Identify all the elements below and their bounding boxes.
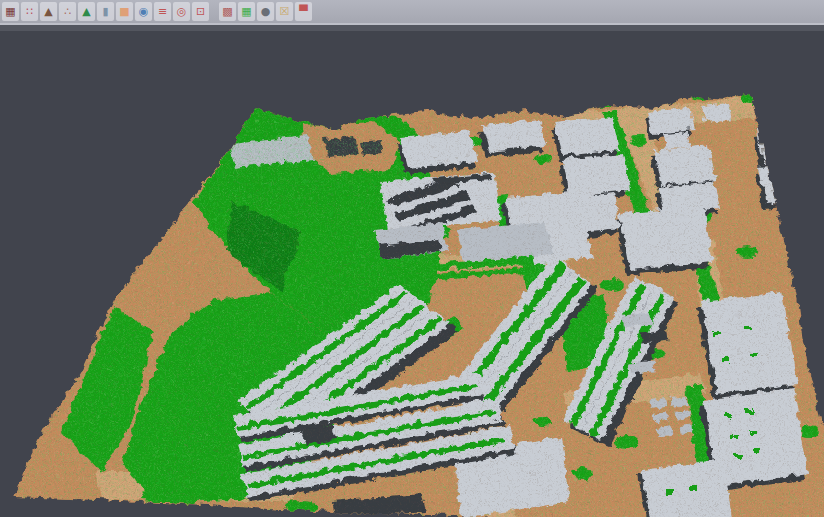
gray-sphere-icon[interactable]: ●	[257, 2, 274, 21]
red-blue-scatter-icon[interactable]: ∷	[21, 2, 38, 21]
red-grid-icon[interactable]: ▩	[219, 2, 236, 21]
red-selection-icon[interactable]: ⊡	[192, 2, 209, 21]
orange-square-icon[interactable]: ■	[116, 2, 133, 21]
toolbar-viewport-divider	[0, 25, 824, 31]
brown-terrain-icon[interactable]: ▲	[40, 2, 57, 21]
red-list-icon[interactable]: ≡	[154, 2, 171, 21]
toolbar-separator	[211, 2, 217, 21]
tan-crossout-icon[interactable]: ☒	[276, 2, 293, 21]
dark-red-points-icon[interactable]: ▦	[2, 2, 19, 21]
blue-column-icon[interactable]: ▮	[97, 2, 114, 21]
viewport-3d[interactable]	[0, 0, 824, 517]
classification-colors-icon[interactable]: ▦	[238, 2, 255, 21]
sparse-points-icon[interactable]: ∴	[59, 2, 76, 21]
main-toolbar: ▦ ∷ ▲ ∴ ▲ ▮ ■ ◉ ≡ ◎ ⊡ ▩ ▦ ● ☒ ▀	[0, 0, 824, 25]
red-half-block-icon[interactable]: ▀	[295, 2, 312, 21]
green-terrain-icon[interactable]: ▲	[78, 2, 95, 21]
blue-globe-icon[interactable]: ◉	[135, 2, 152, 21]
red-target-icon[interactable]: ◎	[173, 2, 190, 21]
